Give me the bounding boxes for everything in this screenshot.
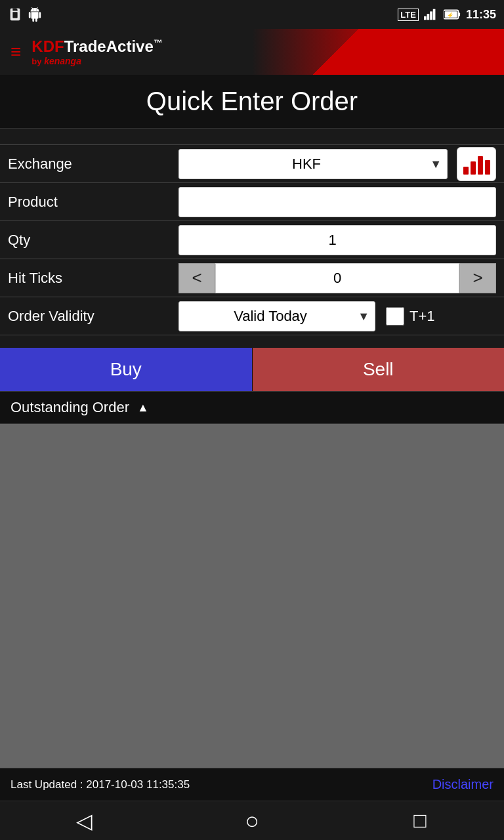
time-display: 11:35 xyxy=(466,8,496,22)
validity-select[interactable]: Valid Today Good Till Cancel Fill or Kil… xyxy=(179,302,375,331)
svg-rect-4 xyxy=(427,14,430,20)
validity-row: Order Validity Valid Today Good Till Can… xyxy=(0,297,504,335)
battery-icon: ⚡ xyxy=(444,9,461,20)
exchange-row: Exchange HKF SGX CME ▼ xyxy=(0,144,504,182)
tick-decrement-button[interactable]: < xyxy=(178,263,215,293)
t1-checkbox[interactable] xyxy=(386,307,404,326)
logo-text: KDFTradeActive™ xyxy=(32,37,162,56)
action-buttons: Buy Sell xyxy=(0,348,504,391)
outstanding-order-content xyxy=(0,424,504,801)
qty-row: Qty xyxy=(0,220,504,259)
nav-back-button[interactable]: ◁ xyxy=(64,807,104,835)
logo: KDFTradeActive™ by kenanga xyxy=(32,37,162,66)
t1-label: T+1 xyxy=(410,308,435,325)
nav-bar: ◁ ○ □ xyxy=(0,801,504,840)
logo-tm: ™ xyxy=(154,37,163,48)
signal-icon xyxy=(424,9,438,20)
exchange-control: HKF SGX CME ▼ xyxy=(178,147,496,181)
chart-bar-2 xyxy=(471,161,476,175)
nav-home-button[interactable]: ○ xyxy=(232,807,272,835)
buy-button[interactable]: Buy xyxy=(0,348,253,391)
qty-label: Qty xyxy=(8,232,178,249)
product-input[interactable] xyxy=(178,187,496,217)
logo-kdf: KDF xyxy=(32,37,64,55)
page-title: Quick Enter Order xyxy=(0,87,504,116)
product-row: Product xyxy=(0,182,504,220)
svg-rect-8 xyxy=(458,12,460,16)
buttons-spacer xyxy=(0,335,504,348)
exchange-select-box[interactable]: HKF SGX CME ▼ xyxy=(178,149,448,179)
logo-sub: by kenanga xyxy=(32,56,81,66)
tick-increment-button[interactable]: > xyxy=(459,263,496,293)
form-container: Exchange HKF SGX CME ▼ xyxy=(0,144,504,335)
logo-kenanga: kenanga xyxy=(44,56,81,66)
form-spacer xyxy=(0,129,504,144)
product-control xyxy=(178,187,496,217)
footer: Last Updated : 2017-10-03 11:35:35 Discl… xyxy=(0,768,504,801)
svg-rect-6 xyxy=(433,9,436,20)
sim-icon xyxy=(8,7,22,22)
hit-ticks-row: Hit Ticks < 0 > xyxy=(0,259,504,297)
nav-recents-button[interactable]: □ xyxy=(400,807,440,835)
tick-value: 0 xyxy=(215,263,459,293)
qty-control xyxy=(178,225,496,255)
lte-indicator: LTE xyxy=(398,9,419,21)
main-content: Quick Enter Order Exchange HKF SGX CME ▼ xyxy=(0,75,504,801)
status-bar-left xyxy=(8,7,42,22)
hit-ticks-label: Hit Ticks xyxy=(8,270,178,287)
last-updated-text: Last Updated : 2017-10-03 11:35:35 xyxy=(10,778,190,791)
logo-active: Active xyxy=(106,37,154,55)
ticks-control: < 0 > xyxy=(178,263,496,293)
outstanding-order-header[interactable]: Outstanding Order ▲ xyxy=(0,391,504,424)
hit-ticks-control: < 0 > xyxy=(178,263,496,293)
chart-icon-button[interactable] xyxy=(457,147,496,181)
menu-button[interactable]: ≡ xyxy=(10,43,21,61)
header: ≡ KDFTradeActive™ by kenanga xyxy=(0,29,504,75)
recents-icon: □ xyxy=(413,808,426,833)
logo-trade: Trade xyxy=(64,37,106,55)
sell-button[interactable]: Sell xyxy=(253,348,505,391)
validity-select-box[interactable]: Valid Today Good Till Cancel Fill or Kil… xyxy=(178,301,375,331)
svg-rect-3 xyxy=(424,16,427,20)
outstanding-order-arrow: ▲ xyxy=(137,401,149,415)
product-label: Product xyxy=(8,194,178,211)
chart-bar-1 xyxy=(463,167,469,175)
back-icon: ◁ xyxy=(76,808,93,833)
svg-rect-1 xyxy=(12,12,17,18)
android-icon xyxy=(28,7,42,22)
chart-bar-4 xyxy=(485,160,490,175)
outstanding-order-title: Outstanding Order xyxy=(10,399,129,416)
chart-bar-3 xyxy=(478,156,483,175)
home-icon: ○ xyxy=(245,807,259,835)
disclaimer-link[interactable]: Disclaimer xyxy=(432,777,494,792)
t1-group: T+1 xyxy=(386,307,435,326)
logo-by: by xyxy=(32,56,44,66)
exchange-label: Exchange xyxy=(8,156,178,173)
svg-rect-5 xyxy=(430,11,432,20)
page-title-bar: Quick Enter Order xyxy=(0,75,504,129)
exchange-select[interactable]: HKF SGX CME xyxy=(179,150,447,178)
validity-label: Order Validity xyxy=(8,308,178,325)
chart-bars-icon xyxy=(463,154,490,175)
svg-text:⚡: ⚡ xyxy=(447,12,454,19)
status-bar-right: LTE ⚡ 11:35 xyxy=(398,8,496,22)
status-bar: LTE ⚡ 11:35 xyxy=(0,0,504,29)
qty-input[interactable] xyxy=(178,225,496,255)
